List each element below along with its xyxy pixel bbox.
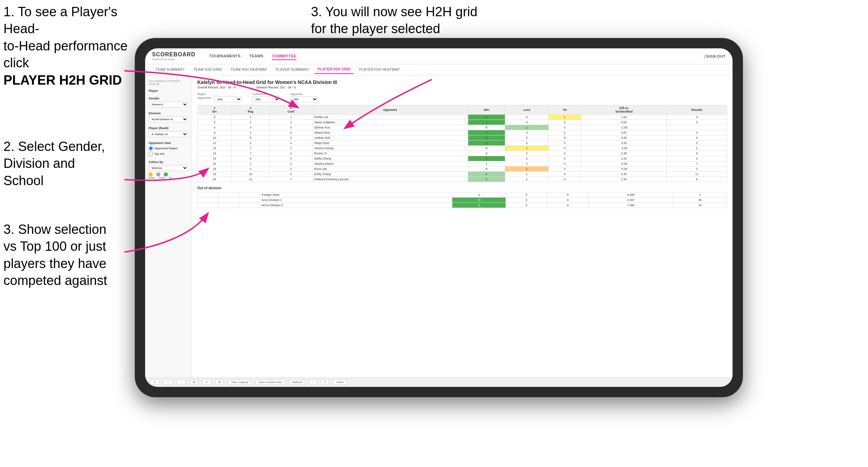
- colour-label-level: Level: [159, 177, 165, 179]
- toolbar-menu[interactable]: ≡: [321, 380, 329, 385]
- cell-tie: 0: [548, 172, 581, 177]
- table-header-row: #Div #Reg #Conf Opponent Win Loss Tie Di…: [198, 105, 727, 115]
- toolbar-view-original[interactable]: View: Original: [228, 380, 251, 385]
- filter-region-label: Region: [197, 93, 242, 96]
- cell-tie: 1: [548, 130, 581, 135]
- cell-rounds: 3: [667, 141, 727, 146]
- cell-opponent: Alexis Sudjianto: [312, 120, 468, 125]
- cell-opponent: Jessica Huang: [312, 146, 468, 151]
- grid-subtitle: Overall Record: 353 - 34 - 6 Division Re…: [197, 86, 727, 89]
- cell-div: 9: [198, 130, 232, 135]
- cell-reg: 10: [232, 172, 270, 177]
- instruction-bottomleft: 3. Show selection vs Top 100 or just pla…: [3, 221, 107, 289]
- filter-opponent-select[interactable]: (All): [290, 96, 318, 102]
- cell-div: 10: [198, 135, 232, 141]
- toolbar-download[interactable]: ↓: [309, 380, 317, 385]
- cell-rounds: 6: [667, 177, 727, 182]
- cell-win: 1: [468, 156, 505, 161]
- toolbar-plus[interactable]: ⊕: [215, 380, 224, 385]
- colour-dot-level: [156, 172, 160, 177]
- cell-rounds: 3: [667, 130, 727, 135]
- colour-label-up: Up: [169, 177, 172, 179]
- cell-diff: 3.33: [581, 141, 667, 146]
- grid-title: Katelyn Vo Head-to-Head Grid for Women's…: [197, 79, 727, 85]
- toolbar-watch[interactable]: Watch ▾: [289, 380, 305, 385]
- cell-win: 0: [468, 125, 505, 130]
- radio-opponents-played[interactable]: Opponents Played: [149, 146, 188, 151]
- ood-cell-empty2: [218, 203, 239, 208]
- cell-loss: 0: [505, 130, 548, 135]
- col-opponent: Opponent: [312, 105, 468, 115]
- sidebar-colour-label: Colour by: [149, 160, 188, 164]
- toolbar-back[interactable]: ←: [163, 380, 172, 385]
- cell-win: 1: [468, 115, 505, 120]
- table-row: 19 10 6 Emily Chang 4 1 0 0.30 11: [198, 172, 727, 177]
- nav-tournaments[interactable]: TOURNAMENTS: [209, 53, 241, 60]
- logo-sub: Powered by clippd: [152, 58, 196, 61]
- toolbar-forward[interactable]: →: [177, 380, 186, 385]
- ood-cell-opponent: NAIA Division 1: [260, 198, 452, 203]
- cell-opponent: Emily Chang: [312, 172, 468, 177]
- sign-out-button[interactable]: Sign out: [706, 53, 726, 60]
- colour-label-down: Down: [149, 177, 155, 179]
- toolbar-undo[interactable]: ↩: [151, 380, 159, 385]
- toolbar-share[interactable]: Share: [333, 380, 347, 385]
- filter-opponent-label: Opponent: [290, 93, 318, 96]
- cell-div: 13: [198, 146, 232, 151]
- table-row: 16 1 3 Jessica Mason 1 2 0 -0.94 7: [198, 161, 727, 166]
- sidebar-player-rank-select[interactable]: 8. Katelyn Vo: [149, 131, 188, 137]
- main-content: Last Updated: 27/03/202416:55:38 Player …: [145, 75, 733, 377]
- cell-reg: 3: [232, 125, 270, 130]
- radio-top100[interactable]: Top 100: [149, 152, 188, 156]
- cell-win: 1: [468, 161, 505, 166]
- instruction-topleft: 1. To see a Player's Head- to-Head perfo…: [3, 3, 135, 89]
- sidebar-radio-group: Opponents Played Top 100: [149, 146, 188, 156]
- sidebar: Last Updated: 27/03/202416:55:38 Player …: [145, 75, 192, 377]
- main-table-body: 3 1 1 Esther Lee 1 0 1 1.50 4 5 2 2 Alex…: [198, 115, 727, 182]
- cell-rounds: 2: [667, 166, 727, 172]
- sidebar-colour-section: Colour by Win/loss Down Level: [149, 160, 188, 179]
- nav-teams[interactable]: TEAMS: [249, 53, 263, 60]
- col-loss: Loss: [505, 105, 548, 115]
- filter-row: Region Opponents: (All) Conference (All)…: [197, 93, 727, 102]
- filter-conference-select[interactable]: (All): [252, 96, 280, 102]
- nav-committee[interactable]: COMMITTEE: [272, 53, 296, 60]
- cell-div: 18: [198, 166, 232, 172]
- cell-win: 1: [468, 120, 505, 125]
- subnav-team-h2h-heatmap[interactable]: TEAM H2H HEATMAP: [227, 66, 271, 74]
- subnav-player-h2h-heatmap[interactable]: PLAYER H2H HEATMAP: [356, 66, 403, 74]
- cell-tie: 0: [548, 166, 581, 172]
- table-row: 15 8 5 Stella Cheng 1 0 0 1.25 4: [198, 156, 727, 161]
- filter-opponent-group: Opponent (All): [290, 93, 318, 102]
- cell-opponent: Esther Lee: [312, 115, 468, 120]
- filter-region-group: Region Opponents: (All): [197, 93, 242, 102]
- colour-label-spacer2: [166, 177, 168, 179]
- toolbar-save-custom[interactable]: Save Custom View: [255, 380, 285, 385]
- subnav-team-summary[interactable]: TEAM SUMMARY: [152, 66, 188, 74]
- cell-conf: 2: [270, 120, 312, 125]
- filter-opponents-select[interactable]: (All): [214, 96, 242, 102]
- app-container: SCOREBOARD Powered by clippd TOURNAMENTS…: [145, 48, 733, 387]
- cell-loss: 2: [505, 161, 548, 166]
- ood-cell-diff: 7.400: [588, 203, 673, 208]
- sidebar-colour-select[interactable]: Win/loss: [149, 165, 188, 171]
- cell-tie: 0: [548, 135, 581, 141]
- toolbar-grid[interactable]: ⊞: [190, 380, 198, 385]
- subnav-player-h2h-grid[interactable]: PLAYER H2H GRID: [314, 65, 354, 74]
- radio-opponents-input[interactable]: [149, 146, 153, 151]
- cell-diff: -3.00: [581, 146, 667, 151]
- cell-tie: 0: [548, 151, 581, 156]
- subnav-player-summary[interactable]: PLAYER SUMMARY: [272, 66, 313, 74]
- sidebar-division-select[interactable]: NCAA Division III: [149, 116, 188, 122]
- cell-win: 1: [468, 141, 505, 146]
- cell-conf: 4: [270, 151, 312, 156]
- overall-record: Overall Record: 353 - 34 - 6: [197, 86, 236, 89]
- subnav-team-h2h-grid[interactable]: TEAM H2H GRID: [190, 66, 225, 74]
- sidebar-gender-select[interactable]: Women's: [149, 102, 188, 107]
- cell-loss: 0: [505, 141, 548, 146]
- cell-rounds: 11: [667, 172, 727, 177]
- table-row: 6 3 3 Sydney Kuo 0 1 0 -1.00: [198, 125, 727, 130]
- radio-top100-input[interactable]: [149, 152, 153, 156]
- toolbar-refresh[interactable]: ↩: [202, 380, 211, 385]
- cell-opponent: Sharon Mun: [312, 130, 468, 135]
